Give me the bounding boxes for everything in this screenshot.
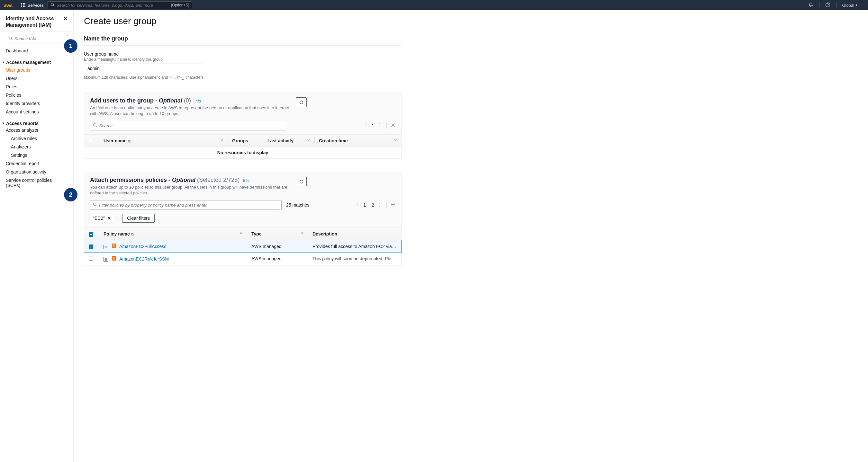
external-link-icon: ⧉ — [128, 139, 130, 143]
sidebar-item-identity-providers[interactable]: Identity providers — [0, 99, 73, 108]
policies-panel: Attach permissions policies - Optional (… — [84, 172, 402, 265]
caret-down-icon: ▼ — [2, 61, 5, 64]
step-badge-1: 1 — [64, 39, 78, 53]
sidebar-search-input[interactable] — [14, 36, 69, 41]
users-search-input[interactable] — [99, 123, 283, 128]
help-icon[interactable] — [825, 2, 830, 8]
page-title: Create user group — [84, 16, 402, 26]
expand-icon[interactable]: ⊞ — [103, 245, 108, 249]
policy-name-link[interactable]: AmazonEC2RoleforSSM — [119, 256, 169, 262]
sort-icon[interactable]: ▽ — [301, 231, 304, 235]
sort-icon[interactable]: ▽ — [240, 231, 242, 235]
gear-icon[interactable] — [386, 202, 396, 208]
sidebar-section-access-reports[interactable]: ▼ Access reports — [0, 119, 73, 127]
policies-search-input[interactable] — [99, 203, 279, 207]
services-label: Services — [28, 3, 44, 8]
empty-state: No resources to display — [84, 147, 401, 159]
search-shortcut: [Option+S] — [171, 3, 189, 7]
col-description: Description — [312, 231, 337, 236]
sidebar-item-user-groups[interactable]: User groups — [0, 66, 73, 74]
notifications-icon[interactable] — [808, 2, 813, 8]
sidebar-item-roles[interactable]: Roles — [0, 82, 73, 91]
services-menu[interactable]: Services — [21, 3, 44, 8]
next-page-icon[interactable]: 〉 — [379, 123, 383, 129]
prev-page-icon[interactable]: 〈 — [363, 123, 367, 129]
select-all-checkbox[interactable] — [89, 232, 93, 237]
page-number[interactable]: 2 — [370, 202, 375, 208]
close-icon[interactable]: ✕ — [63, 15, 67, 22]
svg-line-5 — [11, 39, 12, 40]
row-checkbox[interactable]: ✓ — [89, 244, 93, 249]
sidebar-item-dashboard[interactable]: Dashboard — [0, 46, 73, 55]
prev-page-icon[interactable]: 〈 — [354, 202, 359, 208]
next-page-icon[interactable]: 〉 — [379, 202, 383, 208]
sidebar-item-archive-rules[interactable]: Archive rules — [0, 134, 73, 143]
info-link[interactable]: Info — [194, 99, 201, 103]
top-nav: aws Services [Option+S] Global ▼ — [0, 0, 868, 10]
sidebar-item-users[interactable]: Users — [0, 74, 73, 82]
group-name-hint: Enter a meaningful name to identify this… — [84, 57, 402, 62]
sidebar-item-policies[interactable]: Policies — [0, 91, 73, 99]
caret-down-icon: ▼ — [2, 122, 5, 125]
search-icon — [93, 123, 97, 128]
aws-logo[interactable]: aws — [4, 3, 12, 8]
sort-icon[interactable]: ▽ — [394, 138, 397, 142]
matches-count: 25 matches — [286, 202, 309, 207]
row-checkbox[interactable] — [89, 256, 93, 261]
sidebar-search — [6, 34, 67, 43]
svg-point-3 — [828, 6, 828, 6]
global-search-input[interactable] — [57, 3, 171, 8]
svg-point-8 — [393, 125, 394, 126]
sidebar-section-access-management[interactable]: ▼ Access management — [0, 58, 73, 66]
sidebar-item-access-analyzer[interactable]: Access analyzer — [0, 127, 73, 134]
divider — [17, 2, 18, 8]
users-table: User name⧉▽ Groups Last activity▽ Creati… — [84, 134, 401, 159]
gear-icon[interactable] — [386, 123, 396, 129]
page-number[interactable]: 1 — [370, 123, 375, 129]
svg-line-7 — [96, 126, 97, 127]
policy-row[interactable]: ✓ ⊞ AmazonEC2FullAccess AWS managed Prov… — [84, 240, 401, 253]
remove-chip-icon[interactable]: ✕ — [107, 216, 111, 221]
external-link-icon: ⧉ — [131, 232, 134, 236]
divider — [118, 213, 118, 223]
policies-desc: You can attach up to 10 policies to this… — [90, 185, 296, 196]
policy-name-link[interactable]: AmazonEC2FullAccess — [119, 244, 166, 249]
sidebar-item-account-settings[interactable]: Account settings — [0, 108, 73, 116]
group-name-constraint: Maximum 128 characters. Use alphanumeric… — [84, 75, 402, 80]
refresh-button[interactable] — [296, 97, 307, 107]
global-search[interactable]: [Option+S] — [48, 1, 192, 9]
refresh-button[interactable] — [296, 177, 307, 186]
sort-icon[interactable]: ▽ — [307, 138, 310, 142]
sidebar-item-analyzers[interactable]: Analyzers — [0, 143, 73, 151]
col-policy-name: Policy name — [103, 231, 130, 236]
info-link[interactable]: Info — [243, 178, 249, 183]
svg-point-9 — [94, 203, 96, 206]
policy-row[interactable]: ⊞ AmazonEC2RoleforSSM AWS managed This p… — [84, 253, 401, 265]
policy-type: AWS managed — [247, 253, 308, 265]
content: Create user group Name the group User gr… — [73, 10, 402, 278]
group-name-input[interactable] — [84, 64, 202, 73]
select-all-checkbox[interactable] — [89, 138, 93, 142]
users-search[interactable] — [90, 121, 286, 130]
col-type: Type — [251, 231, 262, 236]
refresh-icon — [299, 100, 304, 105]
region-selector[interactable]: Global ▼ — [842, 3, 858, 8]
sort-icon[interactable]: ▽ — [220, 138, 223, 142]
col-last-activity: Last activity — [268, 138, 293, 143]
filter-chip[interactable]: "EC2" ✕ — [90, 214, 114, 222]
clear-filters-button[interactable]: Clear filters — [122, 213, 155, 223]
policies-search[interactable] — [90, 200, 282, 210]
sidebar-item-analyzer-settings[interactable]: Settings — [0, 151, 73, 159]
policies-title: Attach permissions policies - Optional (… — [90, 177, 249, 183]
search-icon — [51, 3, 55, 8]
policy-icon — [112, 243, 116, 248]
svg-point-6 — [94, 124, 96, 126]
expand-icon[interactable]: ⊞ — [103, 257, 108, 262]
sidebar-item-scps[interactable]: Service control policies (SCPs) — [0, 176, 73, 190]
sidebar-item-organization-activity[interactable]: Organization activity — [0, 168, 73, 176]
svg-point-11 — [393, 204, 394, 205]
main: Create user group Name the group User gr… — [73, 0, 868, 278]
section-label: Access reports — [6, 121, 38, 126]
page-number[interactable]: 1 — [362, 202, 367, 208]
sidebar-item-credential-report[interactable]: Credential report — [0, 159, 73, 168]
